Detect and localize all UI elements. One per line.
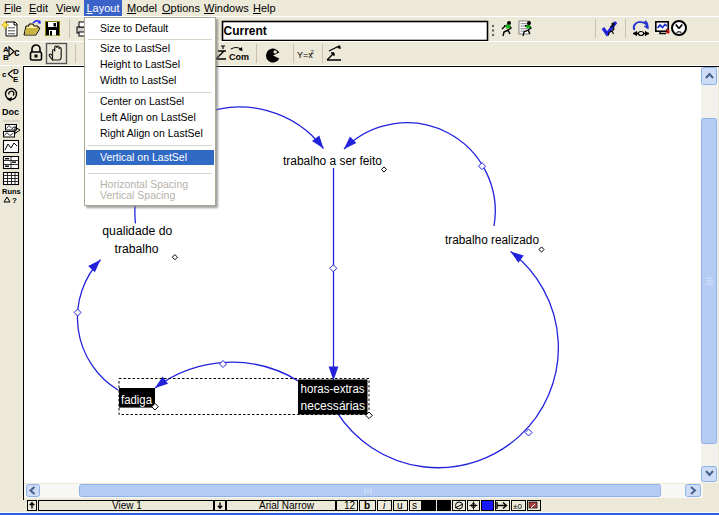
- svg-text:View 1: View 1: [112, 500, 142, 511]
- svg-text:horas-extras: horas-extras: [301, 382, 365, 396]
- svg-text:?: ?: [12, 196, 17, 205]
- svg-text:trabalho realizado: trabalho realizado: [445, 233, 539, 247]
- svg-text:12: 12: [344, 500, 356, 511]
- svg-text:B: B: [3, 53, 9, 62]
- svg-text:s: s: [412, 500, 417, 511]
- svg-text:2: 2: [311, 49, 315, 55]
- svg-text:Current: Current: [224, 24, 267, 38]
- svg-text:trabalho: trabalho: [115, 242, 159, 256]
- svg-text:Runs: Runs: [2, 187, 21, 196]
- svg-text:±0: ±0: [513, 502, 522, 511]
- svg-text:u: u: [397, 500, 403, 511]
- svg-text:Arial Narrow: Arial Narrow: [259, 500, 315, 511]
- svg-text:trabalho a ser feito: trabalho a ser feito: [283, 154, 382, 168]
- svg-text:necessárias: necessárias: [301, 399, 366, 413]
- svg-text:c: c: [2, 70, 7, 79]
- svg-text:b: b: [364, 500, 370, 511]
- svg-text:E: E: [13, 75, 19, 84]
- svg-text:fadiga: fadiga: [121, 393, 152, 407]
- svg-text:Doc: Doc: [2, 107, 19, 117]
- svg-text:Com: Com: [229, 52, 249, 62]
- svg-text:qualidade do: qualidade do: [102, 224, 172, 238]
- svg-text:c: c: [14, 47, 20, 58]
